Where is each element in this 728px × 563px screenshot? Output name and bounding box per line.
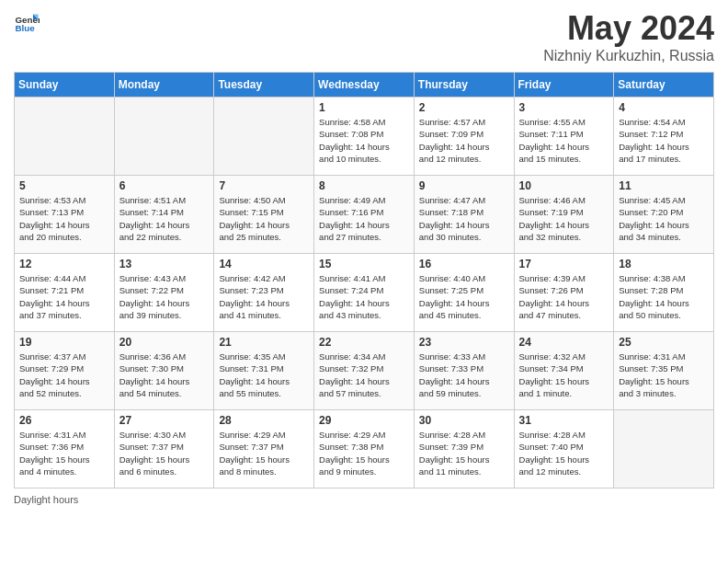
weekday-header-saturday: Saturday — [614, 73, 714, 98]
logo-icon: General Blue — [14, 9, 40, 35]
calendar-day: 18Sunrise: 4:38 AMSunset: 7:28 PMDayligh… — [614, 254, 714, 332]
calendar-week-row: 5Sunrise: 4:53 AMSunset: 7:13 PMDaylight… — [15, 176, 714, 254]
title-location: Nizhniy Kurkuzhin, Russia — [543, 48, 714, 64]
calendar-day: 8Sunrise: 4:49 AMSunset: 7:16 PMDaylight… — [314, 176, 415, 254]
day-info: Sunrise: 4:54 AMSunset: 7:12 PMDaylight:… — [619, 116, 709, 165]
day-info: Sunrise: 4:58 AMSunset: 7:08 PMDaylight:… — [319, 116, 409, 165]
day-info: Sunrise: 4:49 AMSunset: 7:16 PMDaylight:… — [319, 194, 409, 243]
day-number: 26 — [19, 414, 109, 427]
day-info: Sunrise: 4:41 AMSunset: 7:24 PMDaylight:… — [319, 272, 409, 321]
day-info: Sunrise: 4:38 AMSunset: 7:28 PMDaylight:… — [619, 272, 709, 321]
day-info: Sunrise: 4:51 AMSunset: 7:14 PMDaylight:… — [119, 194, 210, 243]
calendar-day: 13Sunrise: 4:43 AMSunset: 7:22 PMDayligh… — [114, 254, 214, 332]
day-info: Sunrise: 4:45 AMSunset: 7:20 PMDaylight:… — [619, 194, 709, 243]
calendar-day: 6Sunrise: 4:51 AMSunset: 7:14 PMDaylight… — [114, 176, 214, 254]
calendar-day — [614, 410, 714, 488]
day-number: 19 — [19, 336, 109, 349]
svg-text:Blue: Blue — [15, 23, 35, 33]
day-number: 8 — [319, 179, 409, 192]
day-number: 22 — [319, 336, 409, 349]
day-info: Sunrise: 4:50 AMSunset: 7:15 PMDaylight:… — [219, 194, 309, 243]
calendar-day: 4Sunrise: 4:54 AMSunset: 7:12 PMDaylight… — [614, 98, 714, 176]
weekday-header-thursday: Thursday — [414, 73, 514, 98]
day-number: 18 — [619, 258, 709, 270]
day-info: Sunrise: 4:44 AMSunset: 7:21 PMDaylight:… — [19, 272, 109, 321]
day-info: Sunrise: 4:31 AMSunset: 7:36 PMDaylight:… — [19, 429, 109, 477]
weekday-header-tuesday: Tuesday — [214, 73, 314, 98]
day-number: 28 — [219, 414, 309, 427]
day-number: 30 — [419, 414, 509, 427]
day-info: Sunrise: 4:47 AMSunset: 7:18 PMDaylight:… — [419, 194, 509, 243]
calendar-day: 10Sunrise: 4:46 AMSunset: 7:19 PMDayligh… — [514, 176, 614, 254]
day-number: 1 — [319, 101, 409, 114]
calendar-day: 31Sunrise: 4:28 AMSunset: 7:40 PMDayligh… — [514, 410, 614, 488]
day-number: 3 — [519, 101, 609, 114]
calendar-day: 19Sunrise: 4:37 AMSunset: 7:29 PMDayligh… — [15, 332, 115, 410]
day-info: Sunrise: 4:29 AMSunset: 7:37 PMDaylight:… — [219, 429, 309, 477]
calendar-day — [15, 98, 115, 176]
weekday-header-row: SundayMondayTuesdayWednesdayThursdayFrid… — [15, 73, 714, 98]
title-month: May 2024 — [543, 9, 714, 48]
calendar-day: 11Sunrise: 4:45 AMSunset: 7:20 PMDayligh… — [614, 176, 714, 254]
calendar-day: 20Sunrise: 4:36 AMSunset: 7:30 PMDayligh… — [114, 332, 214, 410]
calendar-day — [114, 98, 214, 176]
day-number: 12 — [19, 258, 109, 270]
day-info: Sunrise: 4:53 AMSunset: 7:13 PMDaylight:… — [19, 194, 109, 243]
day-info: Sunrise: 4:32 AMSunset: 7:34 PMDaylight:… — [519, 350, 609, 399]
calendar-day: 2Sunrise: 4:57 AMSunset: 7:09 PMDaylight… — [414, 98, 514, 176]
day-number: 13 — [119, 258, 210, 270]
day-info: Sunrise: 4:28 AMSunset: 7:39 PMDaylight:… — [419, 429, 509, 477]
calendar-day — [214, 98, 314, 176]
calendar-day: 7Sunrise: 4:50 AMSunset: 7:15 PMDaylight… — [214, 176, 314, 254]
calendar-day: 17Sunrise: 4:39 AMSunset: 7:26 PMDayligh… — [514, 254, 614, 332]
calendar-day: 21Sunrise: 4:35 AMSunset: 7:31 PMDayligh… — [214, 332, 314, 410]
day-info: Sunrise: 4:30 AMSunset: 7:37 PMDaylight:… — [119, 429, 210, 477]
day-number: 2 — [419, 101, 509, 114]
calendar-day: 30Sunrise: 4:28 AMSunset: 7:39 PMDayligh… — [414, 410, 514, 488]
day-number: 27 — [119, 414, 210, 427]
day-number: 25 — [619, 336, 709, 349]
day-number: 5 — [19, 179, 109, 192]
day-number: 4 — [619, 101, 709, 114]
day-number: 14 — [219, 258, 309, 270]
day-number: 10 — [519, 179, 609, 192]
day-number: 29 — [319, 414, 409, 427]
day-number: 11 — [619, 179, 709, 192]
day-number: 31 — [519, 414, 609, 427]
page-header: General Blue May 2024 Nizhniy Kurkuzhin,… — [14, 9, 714, 64]
day-number: 20 — [119, 336, 210, 349]
calendar-day: 14Sunrise: 4:42 AMSunset: 7:23 PMDayligh… — [214, 254, 314, 332]
day-number: 9 — [419, 179, 509, 192]
calendar-week-row: 12Sunrise: 4:44 AMSunset: 7:21 PMDayligh… — [15, 254, 714, 332]
weekday-header-friday: Friday — [514, 73, 614, 98]
day-number: 7 — [219, 179, 309, 192]
calendar-day: 12Sunrise: 4:44 AMSunset: 7:21 PMDayligh… — [15, 254, 115, 332]
day-info: Sunrise: 4:34 AMSunset: 7:32 PMDaylight:… — [319, 350, 409, 399]
day-number: 21 — [219, 336, 309, 349]
weekday-header-sunday: Sunday — [15, 73, 115, 98]
calendar-day: 27Sunrise: 4:30 AMSunset: 7:37 PMDayligh… — [114, 410, 214, 488]
calendar-table: SundayMondayTuesdayWednesdayThursdayFrid… — [14, 72, 714, 488]
day-number: 15 — [319, 258, 409, 270]
day-number: 16 — [419, 258, 509, 270]
calendar-day: 5Sunrise: 4:53 AMSunset: 7:13 PMDaylight… — [15, 176, 115, 254]
calendar-day: 3Sunrise: 4:55 AMSunset: 7:11 PMDaylight… — [514, 98, 614, 176]
day-info: Sunrise: 4:40 AMSunset: 7:25 PMDaylight:… — [419, 272, 509, 321]
calendar-week-row: 19Sunrise: 4:37 AMSunset: 7:29 PMDayligh… — [15, 332, 714, 410]
calendar-day: 15Sunrise: 4:41 AMSunset: 7:24 PMDayligh… — [314, 254, 415, 332]
day-info: Sunrise: 4:31 AMSunset: 7:35 PMDaylight:… — [619, 350, 709, 399]
calendar-week-row: 26Sunrise: 4:31 AMSunset: 7:36 PMDayligh… — [15, 410, 714, 488]
day-info: Sunrise: 4:36 AMSunset: 7:30 PMDaylight:… — [119, 350, 210, 399]
logo: General Blue — [14, 9, 40, 35]
calendar-day: 1Sunrise: 4:58 AMSunset: 7:08 PMDaylight… — [314, 98, 415, 176]
calendar-day: 16Sunrise: 4:40 AMSunset: 7:25 PMDayligh… — [414, 254, 514, 332]
day-info: Sunrise: 4:28 AMSunset: 7:40 PMDaylight:… — [519, 429, 609, 477]
day-info: Sunrise: 4:55 AMSunset: 7:11 PMDaylight:… — [519, 116, 609, 165]
footer: Daylight hours — [14, 494, 714, 505]
day-info: Sunrise: 4:35 AMSunset: 7:31 PMDaylight:… — [219, 350, 309, 399]
calendar-day: 9Sunrise: 4:47 AMSunset: 7:18 PMDaylight… — [414, 176, 514, 254]
calendar-day: 24Sunrise: 4:32 AMSunset: 7:34 PMDayligh… — [514, 332, 614, 410]
day-number: 6 — [119, 179, 210, 192]
day-info: Sunrise: 4:33 AMSunset: 7:33 PMDaylight:… — [419, 350, 509, 399]
weekday-header-wednesday: Wednesday — [314, 73, 415, 98]
